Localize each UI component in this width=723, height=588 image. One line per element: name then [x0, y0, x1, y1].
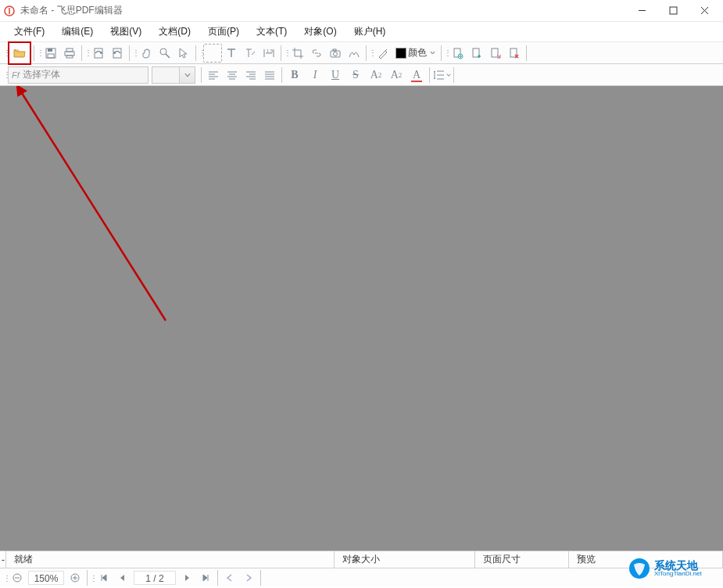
font-placeholder: 选择字体 [23, 68, 60, 81]
menu-edit[interactable]: 编辑(E) [54, 23, 101, 41]
page-add-button[interactable] [467, 44, 486, 63]
color-picker-button[interactable]: 颜色 [392, 44, 438, 63]
window-title: 未命名 - 飞思PDF编辑器 [20, 4, 626, 17]
zoom-tool-button[interactable] [156, 44, 174, 63]
svg-rect-14 [333, 49, 336, 51]
svg-rect-7 [66, 56, 73, 58]
select-tool-button[interactable] [174, 44, 193, 63]
svg-rect-5 [65, 52, 74, 56]
page-delete-button[interactable] [505, 44, 524, 63]
watermark-cn: 系统天地 [654, 560, 702, 571]
zoom-value[interactable]: 150% [28, 571, 64, 585]
menu-page[interactable]: 页面(P) [200, 23, 247, 41]
subscript-button[interactable]: A2 [386, 66, 406, 84]
navbar-grip[interactable]: ⋮ [3, 574, 8, 583]
align-center-button[interactable] [223, 66, 242, 84]
svg-point-10 [160, 48, 166, 55]
align-right-button[interactable] [242, 66, 260, 84]
zoom-in-button[interactable] [67, 570, 83, 586]
bold-button[interactable]: B [285, 66, 305, 84]
svg-point-13 [334, 52, 338, 56]
zoom-out-button[interactable] [9, 570, 25, 586]
redo-button[interactable] [108, 44, 127, 63]
navbar: ⋮ 150% ⋮ 1 / 2 [0, 568, 723, 587]
open-button[interactable] [10, 44, 29, 63]
first-page-button[interactable] [96, 570, 112, 586]
save-button[interactable] [41, 44, 60, 63]
undo-button[interactable] [89, 44, 108, 63]
svg-line-20 [20, 91, 166, 321]
align-justify-button[interactable] [260, 66, 279, 84]
app-icon [3, 5, 16, 17]
svg-rect-6 [66, 48, 73, 52]
page-insert-button[interactable] [449, 44, 467, 63]
marquee-tool-button[interactable] [203, 44, 222, 63]
svg-text:1.5: 1.5 [267, 48, 274, 53]
hand-tool-button[interactable] [137, 44, 156, 63]
nav-forward-button[interactable] [241, 570, 256, 586]
nav-back-button[interactable] [222, 570, 238, 586]
svg-rect-1 [670, 7, 677, 14]
superscript-button[interactable]: A2 [366, 66, 386, 84]
menu-object[interactable]: 对象(O) [296, 23, 344, 41]
menu-view[interactable]: 视图(V) [102, 23, 149, 41]
document-canvas[interactable] [0, 86, 723, 551]
main-toolbar: ⋮ ⋮ ⋮ ⋮ ⋮ 1.5 ⋮ ⋮ 颜色 ⋮ [0, 42, 723, 64]
shape-tool-button[interactable] [345, 44, 363, 63]
last-page-button[interactable] [198, 570, 213, 586]
chevron-down-icon [430, 50, 435, 56]
color-label: 颜色 [408, 46, 427, 59]
menu-file[interactable]: 文件(F) [6, 23, 52, 41]
link-tool-button[interactable] [307, 44, 326, 63]
statusbar: - 就绪 对象大小 页面尺寸 预览 [0, 551, 723, 568]
italic-button[interactable]: I [305, 66, 325, 84]
watermark-icon [628, 557, 651, 580]
watermark: 系统天地 XiTongTianDi.net [628, 557, 720, 585]
menu-account[interactable]: 账户(H) [346, 23, 394, 41]
minimize-button[interactable] [626, 1, 657, 21]
page-export-button[interactable] [486, 44, 505, 63]
print-button[interactable] [60, 44, 79, 63]
font-family-select[interactable]: Ff 选择字体 [8, 66, 149, 84]
underline-button[interactable]: U [325, 66, 345, 84]
open-button-highlight [8, 41, 31, 65]
menu-document[interactable]: 文档(D) [151, 23, 199, 41]
page-value[interactable]: 1 / 2 [134, 571, 176, 585]
svg-rect-18 [492, 48, 498, 57]
svg-rect-4 [48, 54, 54, 58]
text-spacing-button[interactable]: 1.5 [259, 44, 278, 63]
chevron-down-icon [179, 67, 195, 83]
close-button[interactable] [689, 1, 720, 21]
next-page-button[interactable] [179, 570, 195, 586]
color-swatch [396, 48, 406, 59]
camera-tool-button[interactable] [326, 44, 345, 63]
menubar: 文件(F) 编辑(E) 视图(V) 文档(D) 页面(P) 文本(T) 对象(O… [0, 22, 723, 42]
window-controls [626, 1, 720, 21]
prev-page-button[interactable] [115, 570, 131, 586]
statusbar-grip[interactable]: - [0, 551, 6, 568]
pen-tool-button[interactable] [374, 44, 392, 63]
annotation-arrow [9, 86, 174, 328]
titlebar: 未命名 - 飞思PDF编辑器 [0, 0, 723, 22]
text-edit-button[interactable] [241, 44, 259, 63]
strikethrough-button[interactable]: S [345, 66, 366, 84]
menu-text[interactable]: 文本(T) [249, 23, 295, 41]
status-ready: 就绪 [6, 551, 335, 568]
format-toolbar: ⋮ Ff 选择字体 B I U S A2 A2 A [0, 64, 723, 86]
font-color-button[interactable]: A [406, 66, 427, 84]
maximize-button[interactable] [657, 1, 689, 21]
navbar-grip[interactable]: ⋮ [90, 574, 95, 583]
watermark-en: XiTongTianDi.net [654, 571, 702, 577]
status-object-size: 对象大小 [335, 551, 475, 568]
line-spacing-button[interactable] [432, 66, 451, 84]
font-size-select[interactable] [152, 66, 195, 84]
text-tool-button[interactable] [222, 44, 241, 63]
align-left-button[interactable] [204, 66, 223, 84]
font-ff-icon: Ff [12, 70, 20, 80]
svg-rect-3 [48, 48, 52, 52]
status-page-size: 页面尺寸 [475, 551, 569, 568]
crop-tool-button[interactable] [288, 44, 307, 63]
